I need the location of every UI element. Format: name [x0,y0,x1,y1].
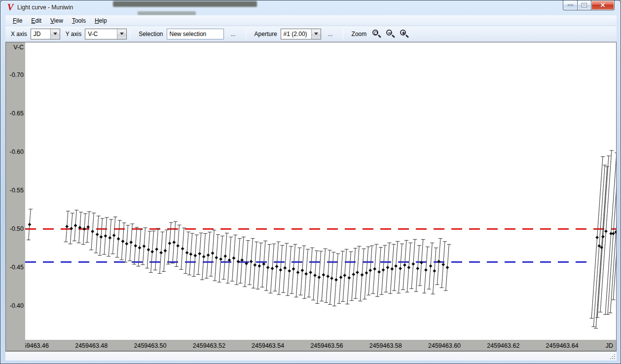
y-axis-value: V-C [85,29,100,39]
x-axis-label: X axis [11,31,27,37]
x-tick-label: 2459463.58 [369,342,402,349]
x-tick-label: 2459463.50 [134,342,166,349]
aperture-combo[interactable]: #1 (2.00) [281,29,321,39]
axis-title-x: JD [606,342,613,349]
y-tick-label: -0.45 [10,264,24,271]
status-bar [5,351,617,361]
chevron-down-icon [314,33,318,35]
menu-help[interactable]: Help [90,16,111,25]
selection-input[interactable] [167,29,224,39]
aperture-label: Aperture [255,31,277,37]
light-curve-chart[interactable]: V-C-0.70-0.65-0.60-0.55-0.50-0.45-0.4024… [5,42,617,351]
x-axis-value: JD [31,29,43,39]
resize-grip-icon[interactable] [609,353,615,359]
zoom-out-icon [386,30,392,36]
minimize-button[interactable] [563,0,577,10]
background-window-fragment [138,11,196,15]
y-tick-label: -0.60 [10,148,24,155]
maximize-icon [582,3,587,7]
y-tick-label: -0.50 [10,225,24,232]
zoom-label: Zoom [352,31,367,37]
muniwin-light-curve-window: V Light curve - Muniwin ✕ File Edit View… [0,0,621,364]
x-tick-label: 2459463.48 [75,342,108,349]
close-button[interactable]: ✕ [591,0,615,10]
toolbar-separator [246,29,246,39]
x-axis-combo[interactable]: JD [31,29,60,39]
y-axis-combo-button[interactable] [117,29,126,39]
chevron-down-icon [53,33,57,35]
titlebar[interactable]: V Light curve - Muniwin ✕ [0,0,621,15]
menu-tools[interactable]: Tools [68,16,90,25]
chevron-down-icon [120,33,124,35]
axis-title-y: V-C [13,44,24,51]
aperture-value: #1 (2.00) [281,29,310,39]
toolbar: X axis JD Y axis V-C Selection ... Apert… [5,26,617,42]
background-window-fragment [113,1,257,7]
x-tick-label: 2459463.54 [252,342,284,349]
zoom-fit-icon [372,30,378,36]
x-axis-combo-button[interactable] [50,29,60,39]
minimize-icon [568,4,573,6]
toolbar-separator [343,29,343,39]
x-tick-label: 2459463.64 [546,342,579,349]
y-tick-label: -0.65 [10,110,24,117]
menu-view[interactable]: View [46,16,68,25]
y-axis-label: Y axis [66,31,81,37]
menu-edit[interactable]: Edit [27,16,46,25]
selection-label: Selection [139,31,163,37]
zoom-in-button[interactable] [400,29,409,39]
muniwin-logo-icon: V [5,2,15,12]
x-tick-label: 2459463.52 [193,342,225,349]
y-tick-label: -0.70 [10,72,24,78]
toolbar-separator [130,29,130,39]
maximize-button[interactable] [577,0,591,10]
window-title: Light curve - Muniwin [17,4,73,11]
zoom-fit-button[interactable] [372,29,382,39]
aperture-more-button[interactable]: ... [324,29,337,39]
plot-area[interactable] [25,42,617,340]
close-icon: ✕ [600,2,606,8]
x-tick-label: 2459463.56 [310,342,343,349]
y-tick-label: -0.40 [10,302,24,309]
zoom-in-icon [400,30,406,36]
light-curve-plot-svg[interactable]: V-C-0.70-0.65-0.60-0.55-0.50-0.45-0.4024… [5,42,617,351]
y-axis-combo[interactable]: V-C [85,29,127,39]
menu-file[interactable]: File [8,16,27,25]
y-tick-label: -0.55 [10,187,24,194]
zoom-out-button[interactable] [386,29,396,39]
menu-bar: File Edit View Tools Help [5,15,617,26]
aperture-combo-button[interactable] [311,29,321,39]
selection-more-button[interactable]: ... [227,29,240,39]
x-tick-label: 2459463.62 [487,342,519,349]
x-tick-label: 2459463.60 [428,342,461,349]
